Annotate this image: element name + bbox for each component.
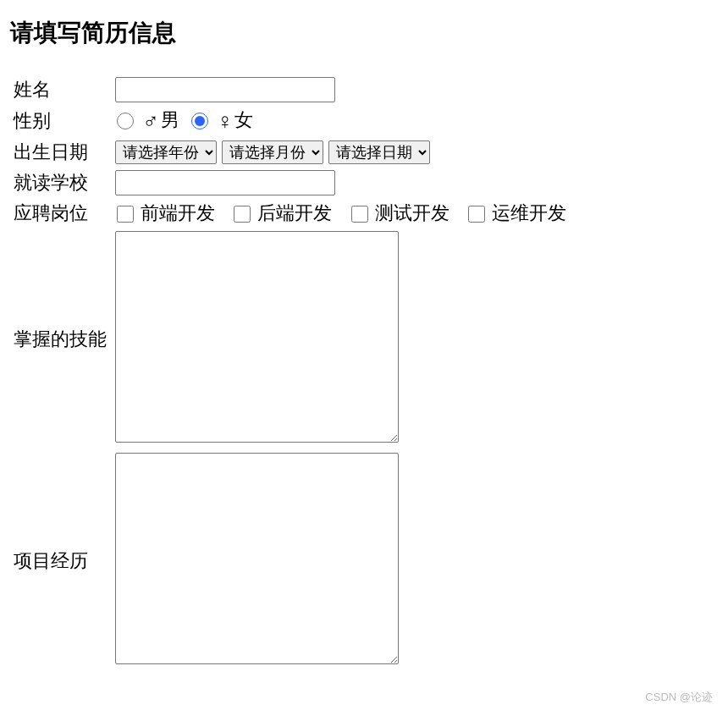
birth-month-select[interactable]: 请选择月份 xyxy=(222,140,323,164)
position-checkbox-backend[interactable] xyxy=(234,206,251,223)
position-checkbox-ops[interactable] xyxy=(468,206,485,223)
skills-textarea[interactable] xyxy=(115,231,399,443)
male-icon: ♂ xyxy=(142,108,159,134)
gender-label: 性别 xyxy=(10,105,112,137)
position-label: 应聘岗位 xyxy=(10,198,112,228)
projects-textarea[interactable] xyxy=(115,453,399,664)
position-text-backend: 后端开发 xyxy=(257,202,332,223)
birth-label: 出生日期 xyxy=(10,137,112,168)
gender-option-male[interactable]: ♂男 xyxy=(115,109,185,130)
gender-option-female[interactable]: ♀女 xyxy=(190,109,254,130)
skills-label: 掌握的技能 xyxy=(10,228,112,450)
projects-label: 项目经历 xyxy=(10,450,112,672)
resume-form-table: 姓名 性别 ♂男 ♀女 出生日期 请选择年份 请选择月份 xyxy=(10,74,582,672)
page-title: 请填写简历信息 xyxy=(10,17,718,49)
position-text-ops: 运维开发 xyxy=(492,202,566,223)
position-checkbox-test[interactable] xyxy=(351,206,368,223)
gender-text-male: 男 xyxy=(161,109,179,130)
birth-year-select[interactable]: 请选择年份 xyxy=(115,140,217,164)
name-input[interactable] xyxy=(115,77,335,102)
position-option-ops[interactable]: 运维开发 xyxy=(466,202,566,223)
school-label: 就读学校 xyxy=(10,168,112,198)
position-text-frontend: 前端开发 xyxy=(141,202,215,223)
gender-radio-male[interactable] xyxy=(117,113,134,129)
watermark: CSDN @论迹 xyxy=(645,690,713,705)
position-option-test[interactable]: 测试开发 xyxy=(350,202,455,223)
position-checkbox-frontend[interactable] xyxy=(117,206,134,223)
position-text-test: 测试开发 xyxy=(375,202,449,223)
school-input[interactable] xyxy=(115,170,335,195)
position-option-backend[interactable]: 后端开发 xyxy=(232,202,337,223)
position-option-frontend[interactable]: 前端开发 xyxy=(115,202,220,223)
female-icon: ♀ xyxy=(217,108,234,134)
gender-text-female: 女 xyxy=(234,109,253,130)
name-label: 姓名 xyxy=(10,74,112,105)
gender-radio-female[interactable] xyxy=(191,113,208,129)
birth-day-select[interactable]: 请选择日期 xyxy=(328,140,430,164)
